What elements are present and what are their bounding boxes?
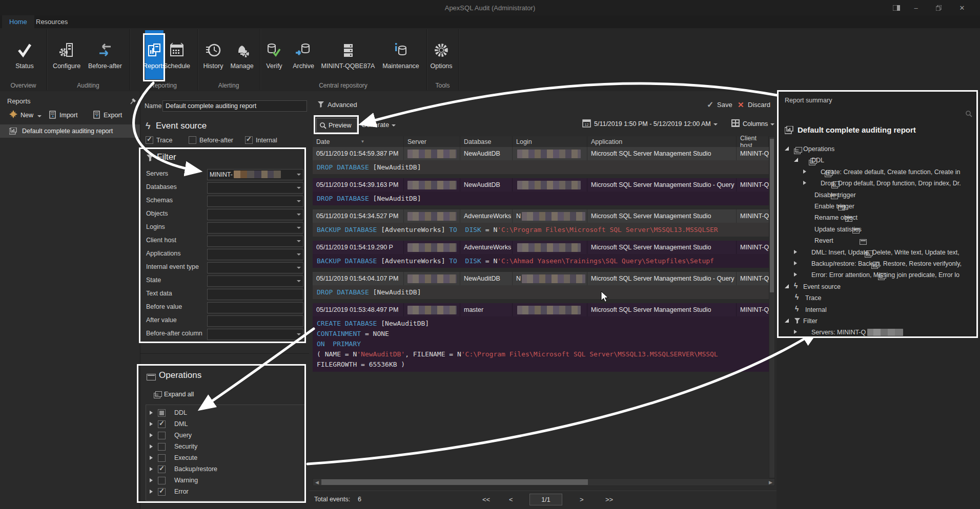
checkbox-internal[interactable]: Internal [245,136,277,144]
ribbon-button-before-after[interactable]: Before-after [84,30,127,79]
ribbon-button-minint-qqbe87a[interactable]: MININT-QQBE87A [319,30,377,79]
operations-item-warning[interactable]: Warning [150,475,303,485]
expander-icon[interactable] [150,433,153,437]
summary-tree-item[interactable]: Operations [803,144,973,154]
grid-vscrollbar[interactable] [769,136,775,478]
export-button[interactable]: Export [104,112,122,119]
filter-field-client-host[interactable] [207,236,303,247]
advanced-button[interactable]: Advanced [328,101,357,109]
summary-tree-item[interactable]: Revert [814,236,973,246]
pager-first-button[interactable]: << [482,496,490,503]
summary-tree-item[interactable]: Backup/restore: Backup, Restore, Restore… [811,259,973,269]
summary-tree-item[interactable]: Drop: Drop default, Drop function, Drop … [821,178,973,188]
filter-field-databases[interactable] [207,182,303,194]
filter-field-before-after-column[interactable] [207,329,303,340]
grid-column-server[interactable]: Server [404,136,460,147]
checkbox-before-after[interactable]: Before-after [189,136,233,144]
summary-tree-item[interactable]: Filter [803,316,973,326]
ribbon-button-configure[interactable]: Configure [50,30,84,79]
filter-field-schemas[interactable] [207,196,303,207]
grid-column-date[interactable]: Date▼ [313,136,404,147]
operation-checkbox[interactable] [158,477,166,484]
summary-tree-item[interactable]: DDL [811,155,973,165]
operation-checkbox[interactable] [158,488,166,496]
grid-column-application[interactable]: Application [587,136,737,147]
save-button[interactable]: Save [717,101,732,109]
expander-closed-icon[interactable] [794,250,797,254]
summary-tree-item[interactable]: Rename object [814,213,973,223]
expander-open-icon[interactable] [785,284,789,288]
close-icon[interactable]: ✕ [954,4,970,12]
new-dropdown-caret[interactable] [37,115,42,117]
filter-field-after-value[interactable] [207,315,303,327]
ribbon-button-maintenance[interactable]: Maintenance [379,30,422,79]
filter-field-text-data[interactable] [207,289,303,300]
expander-closed-icon[interactable] [794,261,797,265]
restore-icon[interactable] [931,4,946,12]
operation-checkbox[interactable] [158,420,166,428]
grid-row[interactable]: 05/11/2019 01:54:04.107 PMNewAuditDBNMic… [313,272,769,299]
ribbon-button-archive[interactable]: Archive [289,30,318,79]
filter-field-objects[interactable] [207,209,303,220]
expander-closed-icon[interactable] [803,169,806,174]
scroll-left-icon[interactable]: ◀ [313,479,321,485]
pager-prev-button[interactable]: < [509,496,513,503]
checkbox-trace[interactable]: Trace [146,136,173,144]
filter-field-state[interactable] [207,275,303,287]
grid-column-client-host[interactable]: Client host [737,136,769,147]
ribbon-button-schedule[interactable]: Schedule [161,30,193,79]
filter-field-logins[interactable] [207,222,303,234]
import-button[interactable]: Import [59,112,77,119]
ribbon-button-history[interactable]: History [197,30,229,79]
name-input[interactable]: Default complete auditing report [162,100,307,112]
filter-field-before-value[interactable] [207,302,303,313]
expander-icon[interactable] [150,490,153,494]
generate-button[interactable]: Generate [361,121,396,129]
operation-checkbox[interactable] [158,443,166,451]
scroll-right-icon[interactable]: ▶ [767,479,774,485]
minimize-icon[interactable]: – [908,4,924,12]
operations-item-backup-restore[interactable]: Backup/restore [150,464,303,474]
operation-checkbox[interactable] [158,465,166,473]
expander-icon[interactable] [150,411,153,415]
expander-open-icon[interactable] [794,158,798,162]
expander-icon[interactable] [150,478,153,482]
expander-icon[interactable] [150,422,153,426]
summary-tree-item[interactable]: DML: Insert, Update, Delete, Write text,… [811,247,973,258]
preview-button[interactable]: Preview [316,118,357,133]
operations-item-query[interactable]: Query [150,430,303,440]
operations-item-ddl[interactable]: DDL [150,408,303,418]
discard-button[interactable]: Discard [748,101,770,109]
new-button[interactable]: New [21,112,33,119]
operations-item-dml[interactable]: DML [150,419,303,429]
summary-tree-item[interactable]: Servers: MININT-Q [811,327,973,337]
operation-checkbox[interactable] [158,454,166,462]
ribbon-button-manage[interactable]: Manage [226,30,258,79]
expander-open-icon[interactable] [785,146,789,151]
tab-resources[interactable]: Resources [29,15,75,28]
filter-field-servers[interactable]: MININT- [207,169,303,180]
operations-item-error[interactable]: Error [150,486,303,497]
operation-checkbox[interactable] [158,409,166,417]
expander-icon[interactable] [150,444,153,449]
expander-open-icon[interactable] [785,319,789,323]
expander-closed-icon[interactable] [803,181,806,185]
pager-next-button[interactable]: > [580,496,584,503]
operations-item-security[interactable]: Security [150,441,303,452]
ribbon-button-status[interactable]: Status [10,30,39,79]
summary-search-icon[interactable] [965,110,972,119]
operation-checkbox[interactable] [158,432,166,439]
filter-field-applications[interactable] [207,249,303,260]
grid-row[interactable]: 05/11/2019 01:54:34.527 PMAdventureWorks… [313,209,769,237]
summary-tree-item[interactable]: Trace [805,293,973,303]
filter-field-internal-event-type[interactable] [207,262,303,273]
grid-row[interactable]: 05/11/2019 01:53:48.497 PMmasterMicrosof… [313,303,769,372]
ribbon-button-options[interactable]: Options [425,30,458,79]
pager-last-button[interactable]: >> [605,496,613,503]
summary-tree-item[interactable]: Disable trigger [814,190,973,200]
grid-row[interactable]: 05/11/2019 01:54:39.163 PMNewAuditDBMicr… [313,178,769,205]
panel-icon[interactable] [889,4,904,12]
expander-icon[interactable] [150,456,153,460]
pin-icon[interactable] [130,97,137,107]
summary-tree-item[interactable]: Error: Error attention, Missing join pre… [811,270,973,280]
